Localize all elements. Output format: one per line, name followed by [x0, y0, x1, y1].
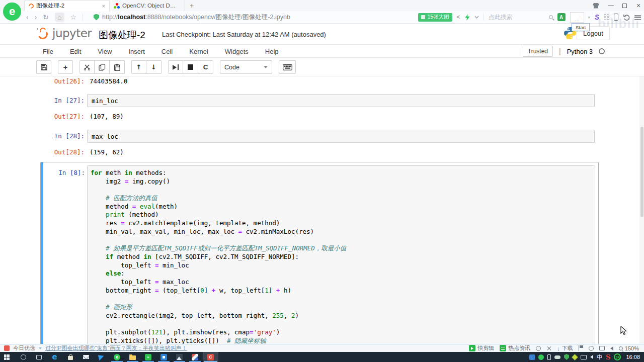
- scrollbar-thumb[interactable]: [640, 127, 643, 217]
- copy-cell-button[interactable]: [95, 60, 110, 74]
- command-palette-button[interactable]: [279, 60, 296, 74]
- badge-icon: [421, 15, 425, 19]
- save-button[interactable]: [36, 60, 51, 74]
- ime-indicator[interactable]: 中: [597, 353, 602, 361]
- move-cell-down-button[interactable]: ↓: [146, 60, 162, 74]
- translate-extension-icon[interactable]: A: [557, 13, 566, 21]
- add-cell-button[interactable]: +: [58, 60, 73, 74]
- store-app[interactable]: [62, 352, 78, 362]
- minimize-button[interactable]: —: [607, 3, 614, 9]
- opencv-favicon-icon: [114, 3, 120, 9]
- tab-notebook[interactable]: 图像处理-2 ×: [24, 0, 110, 11]
- menu-insert[interactable]: Insert: [128, 48, 145, 55]
- save-icon: [41, 64, 47, 70]
- task-view-button[interactable]: [31, 352, 47, 362]
- browser-skin-icon[interactable]: [593, 3, 599, 9]
- jupyter-wordmark[interactable]: jupyter: [52, 27, 92, 40]
- notebook-title[interactable]: 图像处理-2: [99, 29, 145, 42]
- browser-logo[interactable]: e: [3, 3, 21, 21]
- blue-app[interactable]: [156, 352, 172, 362]
- chevron-down-icon[interactable]: [39, 347, 42, 349]
- menu-file[interactable]: File: [43, 48, 53, 55]
- photos-app[interactable]: [172, 352, 187, 362]
- trusted-button[interactable]: Trusted: [523, 46, 553, 57]
- cloud-sync-icon[interactable]: [554, 355, 560, 359]
- volume-icon[interactable]: [590, 355, 593, 359]
- download-button[interactable]: ↓下载: [557, 344, 573, 352]
- screenshot-icon[interactable]: [546, 346, 551, 351]
- address-bar[interactable]: http://localhost:8888/notebooks/opencv/图…: [94, 11, 290, 23]
- speaker-icon[interactable]: [610, 346, 613, 350]
- back-button[interactable]: ‹: [26, 14, 29, 21]
- window-icon[interactable]: [599, 346, 605, 350]
- browser-app[interactable]: e: [109, 352, 125, 362]
- history-icon[interactable]: [536, 346, 541, 351]
- active-cell-code[interactable]: for meth in methods: img2 = img.copy() #…: [87, 165, 595, 344]
- run-cell-button[interactable]: [168, 60, 183, 74]
- tray-diamond-icon[interactable]: [572, 354, 578, 360]
- tab-close-icon[interactable]: ×: [102, 3, 105, 9]
- input-cell-28[interactable]: In [28]: max_loc: [40, 130, 595, 143]
- task-view-icon: [36, 355, 42, 359]
- page-zoom-control[interactable]: 150%: [619, 345, 639, 351]
- chevron-icon[interactable]: ▾: [588, 15, 590, 20]
- battery-badge[interactable]: 24: [614, 353, 621, 360]
- flash-icon[interactable]: [465, 14, 470, 21]
- news-brand[interactable]: 今日优选: [13, 344, 35, 352]
- chevron-down-icon[interactable]: [474, 16, 479, 19]
- cut-cell-button[interactable]: [79, 60, 95, 74]
- share-icon[interactable]: <: [457, 14, 460, 20]
- new-tab-button[interactable]: +: [185, 0, 198, 11]
- close-button[interactable]: ×: [635, 2, 642, 9]
- interrupt-kernel-button[interactable]: [183, 60, 198, 74]
- menu-widgets[interactable]: Widgets: [225, 48, 249, 55]
- paint-app[interactable]: [187, 352, 203, 362]
- usb-device-icon[interactable]: [547, 354, 551, 360]
- refresh-button[interactable]: ↻: [43, 14, 49, 21]
- tab-opencv-docs[interactable]: OpenCV: Object Detection: [110, 0, 185, 11]
- network-icon[interactable]: [581, 355, 587, 359]
- file-explorer-app[interactable]: [125, 352, 140, 362]
- messenger-app[interactable]: [94, 352, 109, 362]
- tray-blue-icon[interactable]: [529, 354, 535, 360]
- stop-icon: [188, 64, 193, 70]
- start-button[interactable]: [0, 352, 16, 362]
- sogou-icon[interactable]: S: [606, 353, 610, 361]
- menu-help[interactable]: Help: [265, 48, 279, 55]
- cell-type-dropdown[interactable]: Code: [220, 60, 272, 74]
- menu-cell[interactable]: Cell: [162, 48, 173, 55]
- flag-icon[interactable]: [579, 345, 583, 351]
- forward-button[interactable]: ›: [35, 14, 37, 21]
- home-button[interactable]: ⌂: [55, 13, 64, 22]
- cortana-search-button[interactable]: [16, 352, 31, 362]
- code-input[interactable]: max_loc: [87, 130, 595, 143]
- input-cell-27[interactable]: In [27]: min_loc: [40, 94, 595, 107]
- news-headline-link[interactable]: 过分!P图会出现哪些“鬼畜”画面？网友：半夜笑出猪叫声！: [45, 344, 187, 352]
- share-page-icon[interactable]: [589, 346, 594, 351]
- tray-green-icon[interactable]: [538, 354, 544, 360]
- menu-kernel[interactable]: Kernel: [189, 48, 208, 55]
- menu-edit[interactable]: Edit: [70, 48, 81, 55]
- recorder-start-button[interactable]: Start: [572, 23, 590, 31]
- bookmark-star-icon[interactable]: ☆: [70, 14, 77, 21]
- edge-app[interactable]: e: [47, 352, 62, 362]
- image-mode-badge[interactable]: 15张大图: [418, 13, 452, 22]
- recorder-app[interactable]: C: [203, 352, 218, 362]
- paste-cell-button[interactable]: [110, 60, 125, 74]
- mail-app[interactable]: [78, 352, 94, 362]
- red-c-recorder-icon: C: [207, 354, 214, 360]
- hot-news-button[interactable]: 热点资讯: [500, 344, 530, 352]
- restart-kernel-button[interactable]: C: [198, 60, 213, 74]
- selected-code-cell[interactable]: In [8]: for meth in methods: img2 = img.…: [40, 162, 599, 344]
- page-scrollbar[interactable]: [639, 76, 644, 344]
- search-input[interactable]: 点此搜索: [489, 13, 553, 22]
- site-security-shield-icon: [94, 14, 99, 21]
- quick-clip-button[interactable]: 快剪辑: [469, 344, 494, 352]
- move-cell-up-button[interactable]: ↑: [131, 60, 146, 74]
- code-input[interactable]: min_loc: [87, 94, 595, 107]
- jupyter-logo-icon[interactable]: [37, 27, 51, 41]
- maximize-button[interactable]: [622, 4, 627, 8]
- menu-view[interactable]: View: [98, 48, 112, 55]
- green-c-app[interactable]: ≡: [140, 352, 156, 362]
- security-shield-icon[interactable]: [564, 354, 569, 360]
